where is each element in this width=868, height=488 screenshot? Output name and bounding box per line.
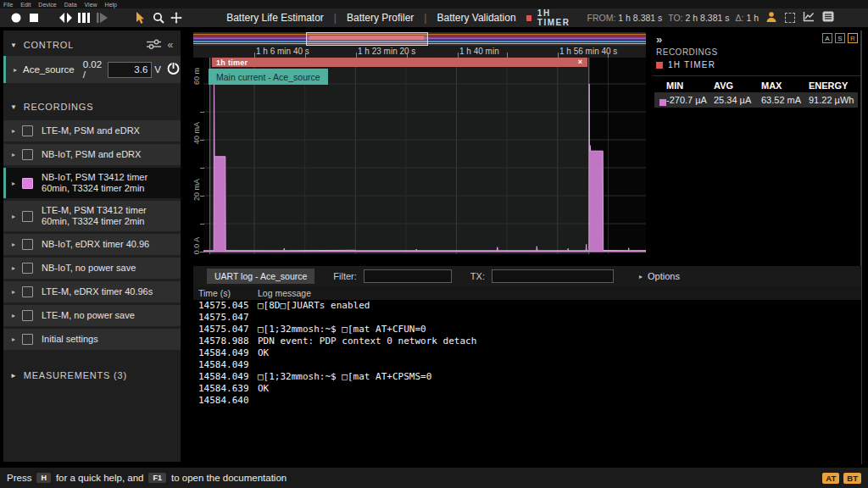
recording-item[interactable]: ▸NB-IoT, no power save [3,258,181,279]
recording-label: LTE-M, PSM T3412 timer 60min, T3324 time… [42,205,174,227]
recording-item[interactable]: ▸LTE-M, no power save [3,305,181,326]
log-row: 14584.049□[1;32mmosh:~$ □[mat AT+CPSMS=0 [193,371,861,383]
log-row: 14584.049OK [193,347,861,359]
collapse-panel-icon[interactable]: « [168,39,174,51]
step-forward-icon[interactable] [93,9,111,26]
recording-item[interactable]: ▸NB-IoT, eDRX timer 40.96 [3,234,181,255]
mode-button-r[interactable]: R [848,33,858,43]
bt-badge[interactable]: BT [843,473,861,484]
tab-battery-profiler[interactable]: Battery Profiler [337,12,424,24]
power-icon[interactable] [166,61,181,79]
tab-battery-life-estimator[interactable]: Battery Life Estimator [216,12,334,24]
stat-energy: 91.22 µWh [809,95,854,105]
expand-caret-icon[interactable]: ▸ [12,288,15,296]
record-icon[interactable] [7,9,25,26]
time-tick-label: 1 h 6 min 40 s [256,47,309,56]
fit-horizontal-icon[interactable] [57,9,75,26]
uart-log-tab[interactable]: UART log - Ace_source [207,269,314,284]
collapse-triangle-icon[interactable]: ▼ [10,42,18,49]
expand-triangle-icon[interactable]: ► [10,372,18,380]
list-view-icon[interactable] [822,10,834,25]
menu-data[interactable]: Data [64,2,77,8]
filter-input[interactable] [364,269,452,283]
menu-help[interactable]: Help [105,2,117,8]
expand-caret-icon[interactable]: ▸ [12,241,15,248]
voltage-input[interactable] [108,62,152,78]
mode-buttons: A S R [822,33,858,43]
zoom-icon[interactable] [149,9,167,26]
overview-selection-window[interactable] [306,32,428,46]
expand-caret-icon[interactable]: ▸ [12,213,15,220]
toolbar: Battery Life Estimator | Battery Profile… [0,8,868,27]
recording-checkbox[interactable] [22,334,33,345]
control-source-row[interactable]: ▸ Ace_source 0.02 / V [3,56,181,83]
timer-bar-label: 1h timer [216,58,248,67]
close-icon[interactable]: × [578,58,582,66]
recording-item[interactable]: ▸LTE-M, eDRX timer 40.96s [3,281,181,302]
expand-panel-icon[interactable]: » [656,33,662,46]
log-row: 14575.047 [193,312,861,324]
select-area-icon[interactable] [785,13,795,23]
menu-view[interactable]: View [85,2,97,8]
expand-caret-icon[interactable]: ▸ [12,336,15,343]
expand-caret-icon[interactable]: ▸ [12,127,15,135]
main-chart[interactable] [203,58,646,254]
log-column-headers: Time (s) Log message [193,286,861,300]
recording-checkbox[interactable] [22,263,33,274]
voltage-unit: V [154,64,161,75]
mode-button-s[interactable]: S [835,33,845,43]
recording-checkbox[interactable] [22,286,33,297]
recording-checkbox[interactable] [22,239,33,250]
tab-battery-validation[interactable]: Battery Validation [426,12,526,24]
menu-bar: File Edit Device Data View Help [0,0,868,8]
expand-caret-icon[interactable]: ▸ [12,264,15,272]
measurements-section-header[interactable]: ► MEASUREMENTS (3) [3,363,181,387]
tx-input[interactable] [492,269,614,283]
pan-icon[interactable] [168,9,186,26]
recording-overview-strip[interactable] [193,32,646,46]
recording-item[interactable]: ▸NB-IoT, PSM T3412 timer 60min, T3324 ti… [3,168,181,198]
recording-checkbox[interactable] [22,211,33,222]
tx-label: TX: [470,271,485,281]
select-cursor-icon[interactable] [131,9,149,26]
expand-caret-icon[interactable]: ▸ [14,66,17,74]
chart-legend-chip[interactable]: Main current - Ace_source [209,69,328,85]
uart-toolbar: UART log - Ace_source Filter: TX: ▸ Opti… [193,266,861,286]
stats-table: MIN AVG MAX ENERGY -270.7 µA 25.34 µA 63… [653,80,861,114]
menu-file[interactable]: File [3,2,13,8]
expand-caret-icon[interactable]: ▸ [12,312,15,319]
uart-log-area[interactable]: 14575.045□[8D□[JUARTs enabled14575.04714… [193,300,861,464]
recording-checkbox[interactable] [22,125,33,136]
menu-device[interactable]: Device [38,2,56,8]
graph-view-icon[interactable] [803,10,815,25]
recording-item[interactable]: ▸NB-IoT, PSM and eDRX [3,144,181,165]
menu-edit[interactable]: Edit [20,2,31,8]
recording-item[interactable]: ▸LTE-M, PSM T3412 timer 60min, T3324 tim… [3,201,181,231]
recording-item[interactable]: ▸Initial settings [3,329,181,350]
expand-caret-icon[interactable]: ▸ [12,151,15,158]
right-panel-timer-item[interactable]: 1H TIMER [653,57,861,69]
column-time: Time (s) [198,288,231,298]
collapse-triangle-icon[interactable]: ▼ [10,103,18,111]
measurements-title: MEASUREMENTS (3) [24,370,127,380]
expand-caret-icon[interactable]: ▸ [12,180,15,187]
user-icon[interactable] [765,10,777,25]
sliders-icon[interactable] [147,39,161,51]
recording-item[interactable]: ▸LTE-M, PSM and eDRX [3,120,181,141]
timer-from: FROM: 1 h 8.381 s [587,13,663,23]
recording-checkbox[interactable] [22,149,33,160]
active-indicator [3,168,6,198]
toolbar-right-icons [765,10,834,25]
control-section-header[interactable]: ▼ CONTROL « [3,30,181,54]
recordings-section-header[interactable]: ▼ RECORDINGS [3,95,181,119]
stop-icon[interactable] [25,9,42,26]
split-view-icon[interactable] [75,9,92,26]
mode-button-a[interactable]: A [822,33,832,43]
options-toggle[interactable]: ▸ Options [639,271,680,281]
timer-info: 1H TIMER FROM: 1 h 8.381 s TO: 2 h 8.381… [526,8,759,27]
recording-checkbox[interactable] [22,310,33,321]
recording-checkbox[interactable] [22,178,33,189]
recording-label: LTE-M, PSM and eDRX [42,125,140,136]
timer-selection-bar[interactable]: 1h timer × [212,58,587,67]
at-badge[interactable]: AT [822,473,839,484]
